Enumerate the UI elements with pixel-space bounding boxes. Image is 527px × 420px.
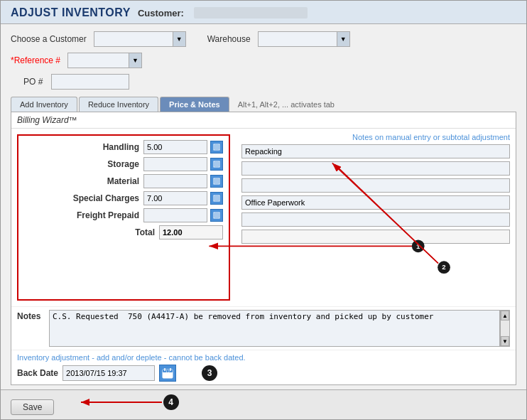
footer: Save 4: [1, 389, 526, 419]
freight-row: Freight Prepaid: [24, 208, 223, 222]
annotation-3: 3: [202, 365, 217, 381]
storage-note-row: [241, 161, 510, 176]
warehouse-arrow[interactable]: ▼: [337, 32, 349, 46]
material-note-input[interactable]: [241, 178, 510, 193]
special-note-row: [241, 195, 510, 210]
total-row: Total: [24, 225, 223, 239]
storage-input[interactable]: [143, 157, 207, 171]
storage-note-input[interactable]: [241, 161, 510, 176]
save-arrow: [78, 394, 163, 410]
tab-reduce-inventory[interactable]: Reduce Inventory: [79, 97, 158, 112]
annotation-4: 4: [163, 394, 179, 410]
freight-calc-icon[interactable]: [210, 209, 223, 222]
freight-input[interactable]: [143, 208, 207, 222]
notes-scrollbar[interactable]: ▲ ▼: [500, 310, 510, 347]
special-charges-row: Special Charges: [24, 191, 223, 205]
backdate-input[interactable]: [63, 365, 155, 381]
storage-label: Storage: [72, 159, 143, 169]
special-note-input[interactable]: [241, 195, 510, 210]
material-calc-icon[interactable]: [210, 175, 223, 188]
billing-fields-container: Handling Storage: [17, 134, 230, 301]
material-input[interactable]: [143, 174, 207, 188]
handling-row: Handling: [24, 140, 223, 154]
tab-hint: Alt+1, Alt+2, ... activates tab: [238, 100, 335, 112]
backdate-label: Back Date: [17, 368, 58, 378]
customer-value: [194, 7, 308, 18]
choose-customer-input[interactable]: [94, 32, 173, 46]
total-label: Total: [88, 227, 159, 237]
notes-textarea[interactable]: C.S. Requested 750 (A4417-A) be removed …: [49, 310, 500, 347]
scroll-up-btn[interactable]: ▲: [501, 311, 509, 321]
freight-note-input[interactable]: [241, 212, 510, 227]
calendar-icon[interactable]: 12: [159, 365, 176, 382]
billing-wizard-title: Billing Wizard™: [11, 112, 516, 129]
special-charges-label: Special Charges: [72, 193, 143, 203]
total-input: [159, 225, 223, 239]
material-label: Material: [72, 176, 143, 186]
reference-label: *Reference #: [11, 55, 60, 65]
warehouse-select[interactable]: ▼: [258, 31, 350, 47]
warehouse-label: Warehouse: [207, 34, 251, 44]
scroll-track: [501, 321, 509, 336]
warehouse-input[interactable]: [259, 32, 337, 46]
notes-hint: Notes on manual entry or subtotal adjust…: [241, 133, 510, 141]
backdate-section: Inventory adjustment - add and/or deplet…: [11, 350, 516, 384]
special-charges-calc-icon[interactable]: [210, 192, 223, 205]
tab-add-inventory[interactable]: Add Inventory: [11, 97, 77, 112]
svg-text:12: 12: [165, 370, 170, 374]
page-title: Adjust Inventory: [11, 6, 131, 19]
reference-input[interactable]: [68, 53, 129, 68]
billing-notes-container: Notes on manual entry or subtotal adjust…: [236, 129, 516, 306]
po-label: PO #: [23, 77, 43, 87]
total-note-input: [241, 230, 510, 244]
freight-label: Freight Prepaid: [72, 210, 143, 220]
save-button[interactable]: Save: [11, 399, 54, 415]
scroll-down-btn[interactable]: ▼: [501, 336, 509, 346]
notes-label: Notes: [17, 310, 49, 321]
notes-section: Notes C.S. Requested 750 (A4417-A) be re…: [11, 306, 516, 350]
handling-label: Handling: [72, 142, 143, 152]
handling-note-input[interactable]: [241, 144, 510, 158]
material-note-row: [241, 178, 510, 193]
freight-note-row: [241, 212, 510, 227]
reference-arrow[interactable]: ▼: [129, 53, 141, 68]
customer-label: Customer:: [138, 8, 184, 18]
special-charges-input[interactable]: [143, 191, 207, 205]
handling-input[interactable]: [143, 140, 207, 154]
backdate-hint: Inventory adjustment - add and/or deplet…: [17, 353, 510, 362]
total-note-row: [241, 230, 510, 244]
handling-calc-icon[interactable]: [210, 141, 223, 154]
po-input[interactable]: [51, 74, 129, 90]
material-row: Material: [24, 174, 223, 188]
tab-price-notes[interactable]: Price & Notes: [160, 97, 229, 112]
choose-customer-select[interactable]: ▼: [94, 31, 186, 47]
choose-customer-arrow[interactable]: ▼: [173, 32, 185, 46]
choose-customer-label: Choose a Customer: [11, 34, 87, 44]
handling-note-row: [241, 144, 510, 158]
storage-row: Storage: [24, 157, 223, 171]
reference-select[interactable]: ▼: [67, 53, 142, 68]
storage-calc-icon[interactable]: [210, 158, 223, 171]
